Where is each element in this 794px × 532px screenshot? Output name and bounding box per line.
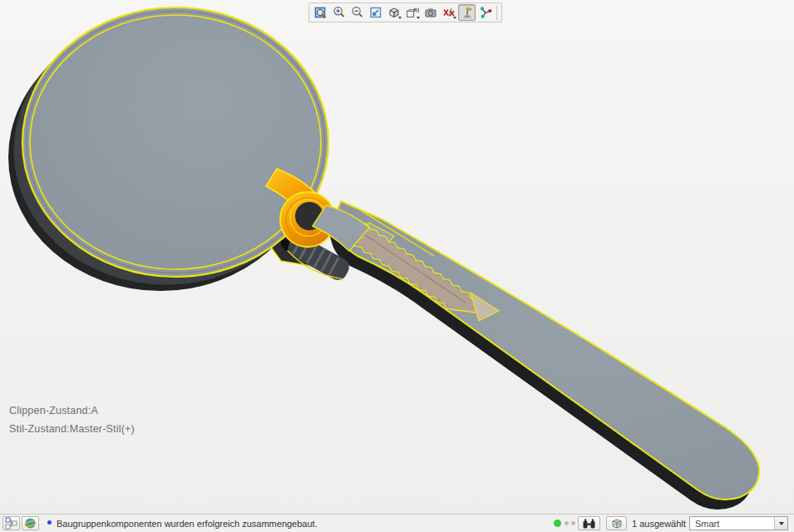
clip-state-label: Clippen-Zustand:A bbox=[9, 405, 98, 416]
view-manager-dropdown-arrow[interactable] bbox=[417, 17, 420, 19]
selection-filter-dropdown-button[interactable] bbox=[774, 517, 787, 530]
selection-count-label: 1 ausgewählt bbox=[632, 519, 686, 529]
zoom-in-button[interactable] bbox=[330, 4, 348, 21]
status-green-indicator bbox=[554, 520, 561, 527]
view-manager-button[interactable]: RB bbox=[403, 4, 421, 21]
snapshot-button[interactable] bbox=[422, 4, 439, 21]
zoom-region-icon bbox=[314, 6, 328, 19]
cad-application-window: Clippen-Zustand:A Stil-Zustand:Master-St… bbox=[0, 0, 794, 532]
find-button[interactable] bbox=[578, 516, 600, 530]
spin-center-icon bbox=[479, 6, 492, 19]
datum-display-dropdown-arrow[interactable] bbox=[453, 17, 456, 19]
status-bar: Baugruppenkomponenten wurden erfolgreich… bbox=[0, 514, 794, 532]
graphics-toolbar: RB bbox=[308, 2, 502, 22]
selection-buffer-button[interactable] bbox=[606, 516, 627, 530]
selection-filter-value: Smart bbox=[690, 519, 774, 529]
selection-filter-combobox[interactable]: Smart bbox=[689, 516, 788, 530]
message-bullet-icon bbox=[47, 520, 52, 525]
3d-viewport[interactable]: Clippen-Zustand:A Stil-Zustand:Master-St… bbox=[0, 0, 794, 514]
binoculars-icon bbox=[582, 517, 596, 530]
datum-display-button[interactable] bbox=[440, 4, 457, 21]
spin-center-button[interactable] bbox=[476, 4, 494, 21]
model-tree-toggle-button[interactable] bbox=[2, 516, 20, 530]
zoom-out-icon bbox=[351, 6, 364, 19]
lens-face[interactable] bbox=[22, 7, 328, 277]
saved-views-button[interactable] bbox=[385, 4, 402, 21]
snapshot-camera-icon bbox=[424, 6, 437, 19]
3d-viewport-canvas[interactable] bbox=[0, 0, 794, 514]
toolbar-separator bbox=[496, 5, 497, 20]
zoom-region-button[interactable] bbox=[312, 4, 329, 21]
svg-text:RB: RB bbox=[413, 7, 419, 13]
status-gray-indicator bbox=[571, 521, 575, 525]
handle-body[interactable] bbox=[337, 201, 759, 500]
browser-globe-icon bbox=[24, 517, 37, 530]
zoom-in-icon bbox=[333, 6, 346, 19]
annotation-display-icon bbox=[461, 6, 474, 19]
selection-cube-icon bbox=[610, 517, 624, 530]
refit-button[interactable] bbox=[367, 4, 384, 21]
chevron-down-icon bbox=[779, 522, 784, 525]
saved-views-dropdown-arrow[interactable] bbox=[398, 17, 402, 19]
model-tree-icon bbox=[5, 517, 17, 530]
style-state-label: Stil-Zustand:Master-Stil(+) bbox=[9, 423, 135, 435]
zoom-out-button[interactable] bbox=[348, 4, 366, 21]
refit-icon bbox=[369, 6, 382, 19]
status-message: Baugruppenkomponenten wurden erfolgreich… bbox=[57, 519, 318, 529]
web-browser-toggle-button[interactable] bbox=[22, 516, 39, 530]
annotation-display-button[interactable] bbox=[458, 4, 476, 21]
status-gray-indicator bbox=[565, 521, 569, 525]
